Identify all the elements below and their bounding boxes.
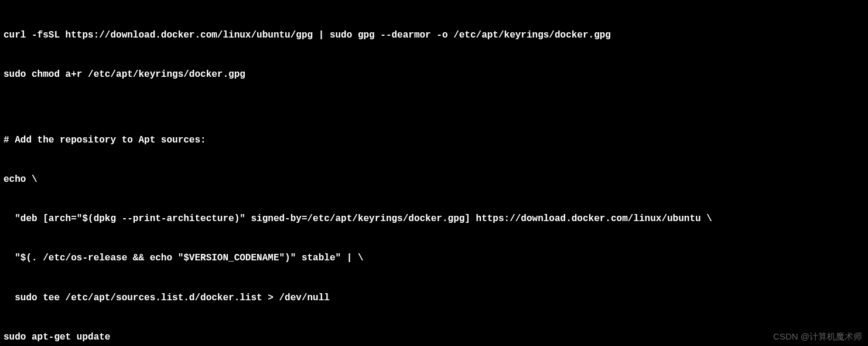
terminal-line: sudo chmod a+r /etc/apt/keyrings/docker.… <box>4 68 864 81</box>
terminal-line: echo \ <box>4 173 864 186</box>
terminal-line: "deb [arch="$(dpkg --print-architecture)… <box>4 212 864 225</box>
terminal-line: sudo apt-get update <box>4 331 864 344</box>
terminal-output[interactable]: curl -fsSL https://download.docker.com/l… <box>4 2 864 346</box>
terminal-line: # Add the repository to Apt sources: <box>4 134 864 147</box>
terminal-line: sudo tee /etc/apt/sources.list.d/docker.… <box>4 291 864 304</box>
terminal-line: curl -fsSL https://download.docker.com/l… <box>4 29 864 42</box>
watermark-text: CSDN @计算机魔术师 <box>773 330 862 342</box>
terminal-line: "$(. /etc/os-release && echo "$VERSION_C… <box>4 252 864 264</box>
